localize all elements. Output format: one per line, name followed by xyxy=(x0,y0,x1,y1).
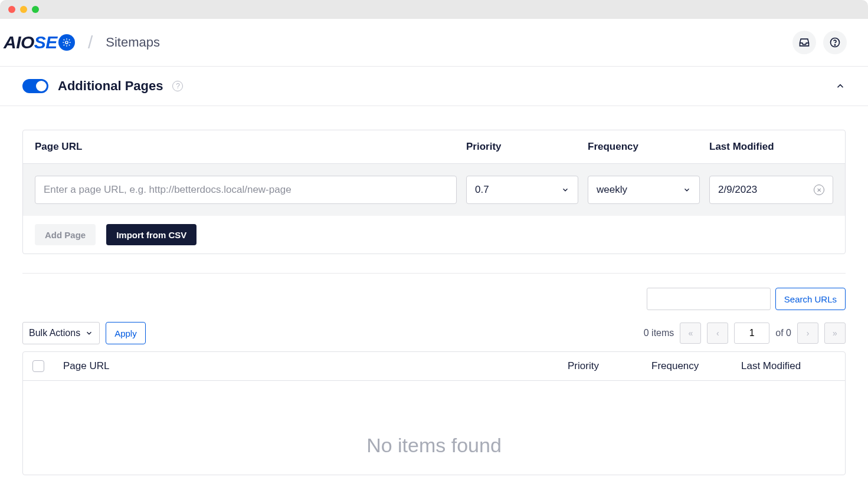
additional-pages-toggle[interactable] xyxy=(22,79,48,93)
form-header-row: Page URL Priority Frequency Last Modifie… xyxy=(23,130,845,164)
page-next-button[interactable]: › xyxy=(797,323,818,344)
pagination: 0 items « ‹ of 0 › » xyxy=(644,323,846,344)
chevron-down-icon xyxy=(683,186,691,194)
col-header-priority: Priority xyxy=(466,141,578,153)
last-modified-input[interactable]: 2/9/2023 ✕ xyxy=(709,176,833,204)
page-title: Sitemaps xyxy=(106,35,160,50)
apply-button[interactable]: Apply xyxy=(106,322,146,344)
logo: AIOSE xyxy=(4,32,75,52)
gear-icon xyxy=(58,34,75,51)
frequency-select[interactable]: weekly xyxy=(588,176,700,204)
last-modified-value: 2/9/2023 xyxy=(718,184,757,196)
bulk-actions-select[interactable]: Bulk Actions xyxy=(22,322,100,344)
table-header-row: Page URL Priority Frequency Last Modifie… xyxy=(23,352,845,381)
th-last-modified: Last Modified xyxy=(741,360,836,372)
help-button[interactable] xyxy=(823,31,847,54)
logo-seo: SE xyxy=(34,32,57,52)
col-header-modified: Last Modified xyxy=(709,141,833,153)
inbox-icon xyxy=(798,37,810,48)
svg-point-2 xyxy=(834,45,835,45)
logo-aio: AIO xyxy=(4,32,34,52)
inbox-button[interactable] xyxy=(792,31,816,54)
item-count-text: 0 items xyxy=(644,328,674,338)
priority-value: 0.7 xyxy=(475,184,489,196)
col-header-frequency: Frequency xyxy=(588,141,700,153)
breadcrumb-separator: / xyxy=(75,32,106,52)
select-all-checkbox[interactable] xyxy=(32,360,44,372)
page-first-button[interactable]: « xyxy=(680,323,701,344)
help-icon xyxy=(829,37,841,48)
divider xyxy=(22,273,846,274)
clear-date-button[interactable]: ✕ xyxy=(814,185,824,195)
page-url-input[interactable] xyxy=(35,176,457,204)
list-toolbar: Bulk Actions Apply 0 items « ‹ of 0 › » xyxy=(22,322,846,344)
frequency-value: weekly xyxy=(597,184,627,196)
chevron-down-icon xyxy=(85,329,93,337)
add-page-button[interactable]: Add Page xyxy=(35,224,96,245)
window-minimize-button[interactable] xyxy=(20,6,27,13)
add-page-panel: Page URL Priority Frequency Last Modifie… xyxy=(22,130,846,254)
page-of-text: of 0 xyxy=(775,328,791,338)
collapse-button[interactable] xyxy=(835,81,846,91)
section-header: Additional Pages ? xyxy=(0,67,868,106)
chevron-down-icon xyxy=(561,186,569,194)
pages-table: Page URL Priority Frequency Last Modifie… xyxy=(22,351,846,475)
col-header-url: Page URL xyxy=(35,141,457,153)
page-last-button[interactable]: » xyxy=(824,323,846,344)
content-area: Page URL Priority Frequency Last Modifie… xyxy=(0,106,868,475)
page-prev-button[interactable]: ‹ xyxy=(707,323,728,344)
form-input-row: 0.7 weekly 2/9/2023 ✕ xyxy=(23,164,845,216)
page-number-input[interactable] xyxy=(734,323,769,344)
th-frequency: Frequency xyxy=(651,360,734,372)
priority-select[interactable]: 0.7 xyxy=(466,176,578,204)
bulk-actions-label: Bulk Actions xyxy=(29,328,80,338)
window-maximize-button[interactable] xyxy=(32,6,39,13)
search-row: Search URLs xyxy=(22,288,846,310)
window-titlebar xyxy=(0,0,868,19)
search-input[interactable] xyxy=(647,288,771,310)
section-title: Additional Pages xyxy=(58,78,163,94)
svg-point-0 xyxy=(65,41,68,44)
toggle-knob xyxy=(36,81,47,91)
th-page-url: Page URL xyxy=(63,360,561,372)
search-urls-button[interactable]: Search URLs xyxy=(775,288,846,310)
th-priority: Priority xyxy=(568,360,644,372)
chevron-up-icon xyxy=(835,81,846,91)
page-url-field[interactable] xyxy=(44,184,448,196)
empty-state-text: No items found xyxy=(23,381,845,475)
app-header: AIOSE / Sitemaps xyxy=(0,19,868,67)
section-help-button[interactable]: ? xyxy=(172,81,183,91)
form-actions: Add Page Import from CSV xyxy=(23,216,845,254)
import-csv-button[interactable]: Import from CSV xyxy=(106,224,196,245)
window-close-button[interactable] xyxy=(8,6,15,13)
